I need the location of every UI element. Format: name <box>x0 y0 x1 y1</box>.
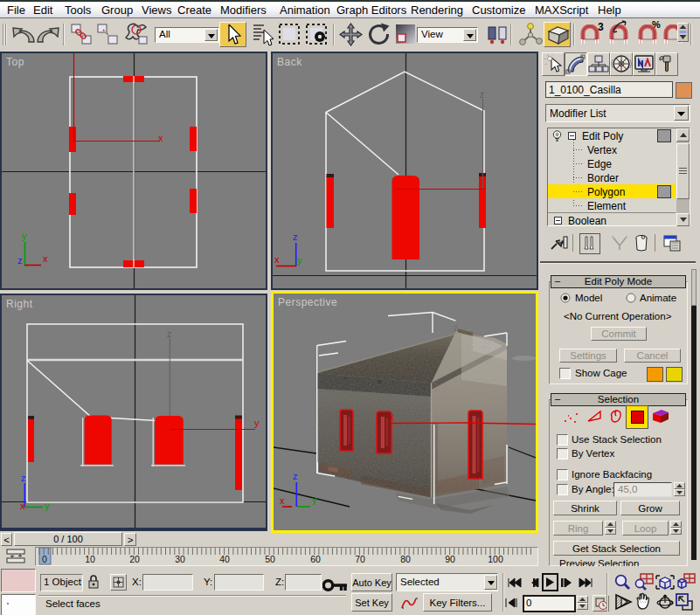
svg-text:x: x <box>43 253 48 264</box>
svg-text:40: 40 <box>219 554 230 564</box>
svg-text:20: 20 <box>129 554 140 564</box>
svg-text:x: x <box>20 501 25 511</box>
svg-text:z: z <box>17 255 23 266</box>
svg-text:x: x <box>280 495 285 506</box>
svg-text:0: 0 <box>42 554 47 564</box>
svg-text:10: 10 <box>85 554 95 564</box>
svg-text:x: x <box>274 254 280 265</box>
svg-text:y: y <box>312 494 317 505</box>
svg-text:80: 80 <box>400 554 411 564</box>
svg-text:y: y <box>297 255 302 266</box>
svg-text:30: 30 <box>175 554 185 564</box>
svg-text:60: 60 <box>310 554 321 564</box>
svg-text:z: z <box>293 231 298 242</box>
svg-text:50: 50 <box>265 554 275 564</box>
svg-text:100: 100 <box>488 554 503 564</box>
svg-text:x: x <box>390 412 394 422</box>
svg-text:z: z <box>454 323 458 333</box>
svg-text:z: z <box>293 471 298 481</box>
svg-text:z: z <box>21 473 26 483</box>
svg-text:90: 90 <box>445 554 455 564</box>
svg-text:y: y <box>254 418 260 428</box>
svg-text:y: y <box>45 501 50 511</box>
svg-text:z: z <box>167 329 171 339</box>
svg-text:z: z <box>480 90 484 100</box>
svg-text:x: x <box>158 133 163 143</box>
svg-text:y: y <box>22 231 27 241</box>
svg-text:70: 70 <box>355 554 365 564</box>
